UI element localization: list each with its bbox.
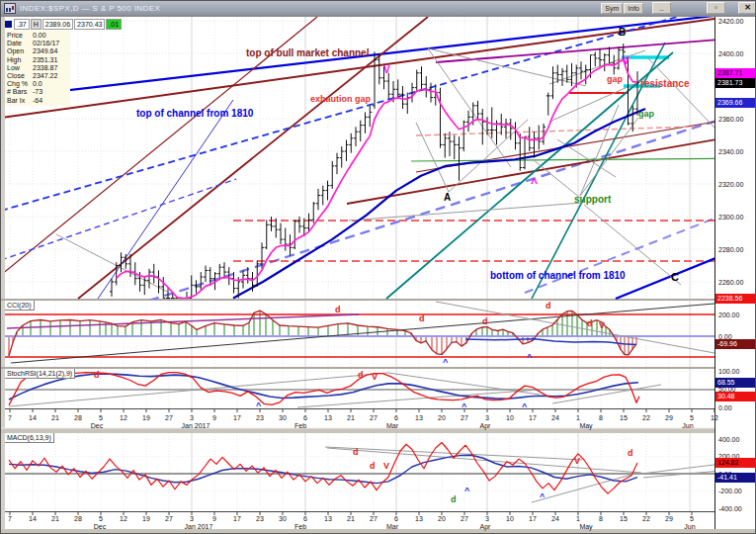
svg-text:d: d <box>370 461 376 471</box>
svg-text:2260.00: 2260.00 <box>718 279 743 286</box>
cursor-data-box: Price0.00Date02/16/17Open2349.64High2351… <box>5 31 70 106</box>
svg-text:21: 21 <box>347 515 355 522</box>
svg-text:12: 12 <box>120 515 127 522</box>
chart-canvas[interactable]: top of bull market channeltop of channel… <box>1 1 756 534</box>
svg-text:28: 28 <box>74 414 82 421</box>
svg-text:Mar: Mar <box>386 523 399 530</box>
svg-text:12: 12 <box>120 414 127 421</box>
cci-value-box: -69.96 <box>715 339 756 349</box>
svg-text:27: 27 <box>165 414 173 421</box>
svg-text:Apr: Apr <box>480 523 492 531</box>
svg-text:17: 17 <box>529 515 537 522</box>
svg-text:gap: gap <box>607 74 624 84</box>
svg-text:6: 6 <box>303 414 307 421</box>
svg-text:19: 19 <box>142 515 150 522</box>
svg-text:3: 3 <box>190 414 194 421</box>
svg-text:15: 15 <box>620 515 628 522</box>
legend-change: .37 <box>14 19 30 30</box>
svg-text:13: 13 <box>415 515 423 522</box>
svg-text:Jun: Jun <box>684 523 695 530</box>
svg-text:27: 27 <box>370 414 378 421</box>
svg-text:200.00: 200.00 <box>718 312 740 318</box>
svg-text:Feb: Feb <box>294 422 306 429</box>
svg-text:21: 21 <box>347 414 355 421</box>
cursor-data-row: Open2349.64 <box>7 47 68 55</box>
svg-text:d: d <box>353 447 359 457</box>
svg-text:400.00: 400.00 <box>718 436 740 443</box>
svg-text:13: 13 <box>324 515 332 522</box>
srsi-value-box: 68.55 <box>715 378 756 388</box>
svg-text:d: d <box>628 448 633 458</box>
svg-text:exhaution gap: exhaution gap <box>310 94 372 104</box>
svg-text:27: 27 <box>370 515 378 522</box>
svg-text:d: d <box>335 305 341 314</box>
price-value-box: 2238.56 <box>715 294 756 304</box>
svg-text:Dec: Dec <box>91 422 104 429</box>
svg-text:-200.00: -200.00 <box>718 488 742 494</box>
svg-text:10: 10 <box>506 414 514 421</box>
svg-text:^: ^ <box>522 401 528 411</box>
svg-text:Jun: Jun <box>682 422 693 429</box>
legend-tick-value: .01 <box>106 19 122 30</box>
svg-text:6: 6 <box>394 515 398 522</box>
svg-text:28: 28 <box>74 515 82 522</box>
svg-text:May: May <box>579 523 593 531</box>
svg-text:21: 21 <box>51 414 59 421</box>
svg-text:6: 6 <box>303 515 307 522</box>
svg-text:V: V <box>623 55 630 66</box>
svg-text:29: 29 <box>665 515 673 522</box>
svg-text:2300.00: 2300.00 <box>718 214 743 221</box>
svg-text:^: ^ <box>531 176 538 190</box>
svg-text:Apr: Apr <box>480 422 492 430</box>
svg-text:1: 1 <box>576 515 580 522</box>
svg-text:21: 21 <box>51 515 59 522</box>
svg-text:top of bull market channel: top of bull market channel <box>246 47 370 58</box>
cursor-data-row: Date02/16/17 <box>7 40 68 47</box>
svg-text:^: ^ <box>540 491 546 501</box>
svg-text:d: d <box>546 301 551 311</box>
svg-text:17: 17 <box>529 414 537 421</box>
svg-text:17: 17 <box>233 414 241 421</box>
cursor-data-row: Low2338.87 <box>7 64 68 72</box>
svg-text:22: 22 <box>642 414 650 421</box>
stochrsi-panel-label: StochRSI(14,21(2),9) <box>5 369 75 379</box>
svg-text:^: ^ <box>443 357 449 367</box>
price-value-box: 2369.66 <box>715 98 756 108</box>
svg-text:9: 9 <box>212 414 216 421</box>
svg-text:17: 17 <box>233 515 241 522</box>
svg-text:22: 22 <box>642 515 650 522</box>
cursor-data-row: Price0.00 <box>7 32 68 40</box>
svg-text:d: d <box>94 370 100 380</box>
svg-text:27: 27 <box>461 414 468 421</box>
legend-color-swatch <box>5 21 12 28</box>
svg-text:V: V <box>383 461 389 471</box>
svg-text:23: 23 <box>256 515 264 522</box>
svg-text:V: V <box>372 372 378 382</box>
svg-text:V: V <box>383 64 390 75</box>
cursor-data-row: Close2347.22 <box>7 72 68 80</box>
svg-text:0.00: 0.00 <box>718 404 732 411</box>
svg-text:d: d <box>419 313 425 323</box>
svg-text:20: 20 <box>438 414 446 421</box>
cursor-data-row: High2351.31 <box>7 56 68 64</box>
svg-text:A: A <box>444 192 451 203</box>
cursor-data-row: Bar Ix-64 <box>7 97 68 105</box>
svg-text:27: 27 <box>165 515 173 522</box>
svg-text:27: 27 <box>461 515 468 522</box>
svg-text:8: 8 <box>599 515 603 522</box>
svg-text:resistance: resistance <box>640 78 690 89</box>
svg-text:d: d <box>587 318 593 328</box>
srsi-value-box: 30.48 <box>715 392 756 401</box>
svg-text:5: 5 <box>99 515 103 522</box>
legend-h-flag: H <box>31 19 42 30</box>
svg-text:1: 1 <box>576 414 580 421</box>
svg-text:d: d <box>451 494 457 504</box>
svg-text:13: 13 <box>415 414 423 421</box>
legend-low-value: 2370.43 <box>74 19 105 30</box>
svg-text:2420.00: 2420.00 <box>718 18 743 25</box>
svg-text:30: 30 <box>279 515 287 522</box>
legend-high-value: 2389.06 <box>42 19 73 30</box>
svg-text:12: 12 <box>711 414 718 421</box>
cursor-data-row: Chg %0.0 <box>7 80 68 88</box>
svg-text:Dec: Dec <box>94 523 107 530</box>
